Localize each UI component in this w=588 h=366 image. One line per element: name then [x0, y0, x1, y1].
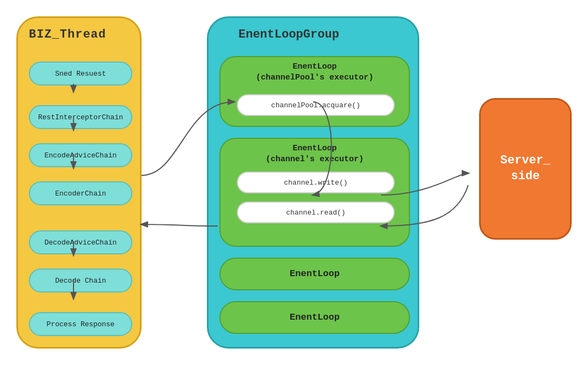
send-request-box: Sned Resuest [29, 62, 132, 86]
encoder-chain-box: EncoderChain [29, 181, 132, 205]
diagram-container: BIZ_Thread Sned Resuest RestInterceptorC… [0, 0, 588, 366]
decoder-chain-box: Decode Chain [29, 269, 132, 292]
event-loop-group-container: EnentLoopGroup EnentLoop(channelPool's e… [207, 16, 419, 349]
event-loop-sub-3-label: EnentLoop [220, 259, 409, 289]
channel-pool-acquire-box: channelPool.acquare() [237, 94, 395, 116]
biz-thread-container: BIZ_Thread Sned Resuest RestInterceptorC… [16, 16, 142, 349]
event-loop-sub-4: EnentLoop [219, 301, 410, 334]
event-loop-sub-2-title: EnentLoop(channel's executor) [220, 139, 409, 164]
rest-interceptor-chain-box: RestInterceptorChain [29, 105, 132, 129]
event-loop-sub-1-title: EnentLoop(channelPool's executor) [220, 57, 409, 83]
process-response-box: Process Response [29, 312, 132, 336]
event-loop-group-title: EnentLoopGroup [238, 28, 339, 41]
encode-advice-chain-box: EncodeAdviceChain [29, 143, 132, 167]
channel-write-box: channel.write() [237, 172, 395, 193]
event-loop-sub-2: EnentLoop(channel's executor) channel.wr… [219, 138, 410, 247]
server-side-container: Server_side [479, 98, 572, 240]
event-loop-sub-1: EnentLoop(channelPool's executor) channe… [219, 56, 410, 127]
channel-read-box: channel.read() [237, 202, 395, 223]
server-side-title: Server_side [500, 153, 550, 184]
event-loop-sub-4-label: EnentLoop [220, 302, 409, 333]
event-loop-sub-3: EnentLoop [219, 258, 410, 290]
decode-advice-chain-box: DecodeAdviceChain [29, 230, 132, 254]
biz-thread-title: BIZ_Thread [29, 28, 106, 41]
